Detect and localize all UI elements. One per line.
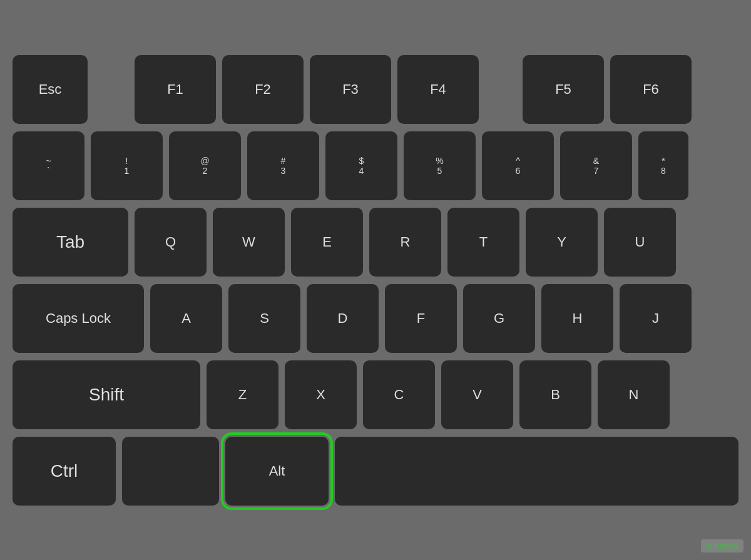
f1-key[interactable]: F1: [135, 55, 216, 124]
capslock-key[interactable]: Caps Lock: [13, 284, 144, 353]
5-key[interactable]: % 5: [404, 131, 476, 200]
8-key[interactable]: * 8: [638, 131, 688, 200]
x-key[interactable]: X: [285, 360, 357, 429]
f-key[interactable]: F: [385, 284, 457, 353]
bottom-row: Ctrl Alt: [13, 437, 738, 506]
d-key[interactable]: D: [307, 284, 379, 353]
ctrl-key[interactable]: Ctrl: [13, 437, 116, 506]
asdf-row: Caps Lock A S D F G H J: [13, 284, 738, 353]
7-key[interactable]: & 7: [560, 131, 632, 200]
v-key[interactable]: V: [441, 360, 513, 429]
6-key[interactable]: ^ 6: [482, 131, 554, 200]
h-key[interactable]: H: [541, 284, 613, 353]
zxcv-row: Shift Z X C V B N: [13, 360, 738, 429]
a-key[interactable]: A: [150, 284, 222, 353]
r-key[interactable]: R: [369, 208, 441, 277]
wikihow-badge: wikiHow: [701, 539, 743, 552]
2-key[interactable]: @ 2: [169, 131, 241, 200]
qwerty-row: Tab Q W E R T Y U: [13, 208, 738, 277]
f4-key[interactable]: F4: [397, 55, 479, 124]
f5-key[interactable]: F5: [523, 55, 604, 124]
alt-key[interactable]: Alt: [225, 437, 329, 506]
tilde-key[interactable]: ~ `: [13, 131, 84, 200]
e-key[interactable]: E: [291, 208, 363, 277]
tab-key[interactable]: Tab: [13, 208, 128, 277]
n-key[interactable]: N: [598, 360, 670, 429]
f3-key[interactable]: F3: [310, 55, 391, 124]
f2-key[interactable]: F2: [222, 55, 304, 124]
esc-key[interactable]: Esc: [13, 55, 88, 124]
shift-key[interactable]: Shift: [13, 360, 200, 429]
u-key[interactable]: U: [604, 208, 676, 277]
keyboard-container: Esc F1 F2 F3 F4 F5 F6 ~ `: [0, 0, 751, 560]
j-key[interactable]: J: [620, 284, 692, 353]
w-key[interactable]: W: [213, 208, 285, 277]
c-key[interactable]: C: [363, 360, 435, 429]
3-key[interactable]: # 3: [247, 131, 319, 200]
g-key[interactable]: G: [463, 284, 535, 353]
4-key[interactable]: $ 4: [325, 131, 397, 200]
number-row: ~ ` ! 1 @ 2 # 3 $ 4: [13, 131, 738, 200]
wikihow-prefix: wiki: [706, 541, 722, 551]
function-key-row: Esc F1 F2 F3 F4 F5 F6: [13, 55, 738, 124]
t-key[interactable]: T: [447, 208, 519, 277]
z-key[interactable]: Z: [207, 360, 278, 429]
q-key[interactable]: Q: [135, 208, 207, 277]
1-key[interactable]: ! 1: [91, 131, 163, 200]
f6-key[interactable]: F6: [610, 55, 692, 124]
fn-key[interactable]: [122, 437, 219, 506]
s-key[interactable]: S: [228, 284, 300, 353]
space-key[interactable]: [335, 437, 738, 506]
wikihow-suffix: How: [722, 541, 738, 551]
y-key[interactable]: Y: [526, 208, 598, 277]
b-key[interactable]: B: [519, 360, 591, 429]
